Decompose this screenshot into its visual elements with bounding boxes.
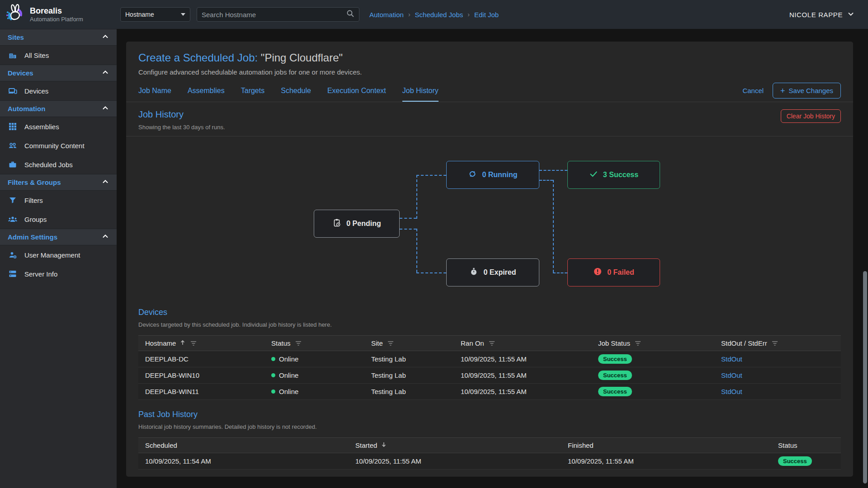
flow-node-success[interactable]: 3 Success bbox=[567, 161, 660, 189]
tab-job-name[interactable]: Job Name bbox=[138, 82, 171, 102]
devices-heading: Devices bbox=[138, 308, 841, 317]
scrollbar-thumb[interactable] bbox=[863, 271, 867, 483]
column-header-status[interactable]: Status bbox=[771, 441, 841, 449]
breadcrumb-scheduled-jobs[interactable]: Scheduled Jobs bbox=[415, 11, 463, 19]
tab-schedule[interactable]: Schedule bbox=[281, 82, 311, 102]
hostname-cell: DEEPLAB-WIN11 bbox=[138, 388, 264, 395]
search-box bbox=[197, 7, 359, 22]
sidebar-section-automation[interactable]: Automation bbox=[0, 100, 117, 117]
flow-node-expired[interactable]: 0 Expired bbox=[446, 258, 539, 286]
sidebar-section-admin-settings[interactable]: Admin Settings bbox=[0, 229, 117, 245]
user-gear-icon bbox=[8, 250, 18, 260]
save-changes-button[interactable]: + Save Changes bbox=[773, 83, 841, 99]
sidebar-item-label: Server Info bbox=[24, 270, 57, 278]
search-input[interactable] bbox=[202, 11, 346, 19]
job-status-cell: Success bbox=[591, 387, 714, 396]
sidebar-section-devices[interactable]: Devices bbox=[0, 65, 117, 81]
breadcrumb-edit-job[interactable]: Edit Job bbox=[474, 11, 499, 19]
stdout-cell: StdOut bbox=[714, 371, 841, 379]
chevron-up-icon bbox=[102, 33, 109, 42]
flow-node-pending[interactable]: 0 Pending bbox=[314, 210, 400, 238]
chevron-up-icon bbox=[102, 178, 109, 187]
filter-icon[interactable] bbox=[772, 341, 778, 346]
sidebar-item-label: Filters bbox=[24, 197, 43, 204]
hostname-select[interactable]: Hostname bbox=[120, 7, 190, 22]
flow-node-label: 0 Failed bbox=[607, 268, 634, 277]
column-header-scheduled[interactable]: Scheduled bbox=[138, 441, 349, 449]
filter-icon[interactable] bbox=[635, 341, 641, 346]
flow-node-failed[interactable]: 0 Failed bbox=[567, 258, 660, 286]
plus-icon: + bbox=[780, 88, 785, 94]
table-row: DEEPLAB-WIN11 Online Testing Lab 10/09/2… bbox=[138, 384, 841, 400]
sidebar-item-groups[interactable]: Groups bbox=[0, 210, 117, 229]
sidebar-item-assemblies[interactable]: Assemblies bbox=[0, 117, 117, 136]
column-header-site[interactable]: Site bbox=[364, 339, 454, 347]
sidebar: Sites All Sites Devices Devices Automati… bbox=[0, 29, 117, 488]
ran-on-cell: 10/09/2025, 11:55 AM bbox=[454, 355, 591, 363]
sidebar-item-all-sites[interactable]: All Sites bbox=[0, 46, 117, 65]
filter-icon[interactable] bbox=[489, 341, 495, 346]
chevron-up-icon bbox=[102, 69, 109, 77]
tab-execution-context[interactable]: Execution Context bbox=[327, 82, 386, 102]
caret-down-icon bbox=[181, 13, 185, 16]
stdout-link[interactable]: StdOut bbox=[721, 371, 742, 379]
column-header-ran-on[interactable]: Ran On bbox=[454, 339, 591, 347]
sort-up-icon bbox=[179, 339, 186, 347]
connector-line bbox=[400, 218, 416, 219]
tab-assemblies[interactable]: Assemblies bbox=[188, 82, 225, 102]
filter-icon[interactable] bbox=[295, 341, 302, 346]
section-label: Admin Settings bbox=[8, 233, 57, 241]
user-menu[interactable]: NICOLE RAPPE bbox=[789, 10, 854, 19]
borealis-logo-icon bbox=[5, 4, 25, 25]
column-header-hostname[interactable]: Hostname bbox=[138, 339, 264, 347]
breadcrumb-separator: › bbox=[408, 11, 410, 18]
sidebar-item-filters[interactable]: Filters bbox=[0, 191, 117, 210]
connector-line bbox=[553, 272, 567, 273]
groups-icon bbox=[8, 214, 18, 224]
sidebar-item-community-content[interactable]: Community Content bbox=[0, 136, 117, 155]
main-content: Create a Scheduled Job: "Ping Cloudflare… bbox=[117, 29, 868, 488]
brand: Borealis Automation Platform bbox=[0, 4, 117, 25]
cancel-button[interactable]: Cancel bbox=[742, 87, 764, 94]
section-label: Devices bbox=[8, 69, 33, 77]
sidebar-item-label: Community Content bbox=[24, 142, 85, 150]
edit-job-card: Create a Scheduled Job: "Ping Cloudflare… bbox=[126, 42, 853, 477]
sidebar-item-server-info[interactable]: Server Info bbox=[0, 264, 117, 283]
job-status-cell: Success bbox=[591, 354, 714, 364]
past-job-history-heading: Past Job History bbox=[138, 410, 841, 419]
status-badge: Success bbox=[778, 456, 812, 466]
column-header-started[interactable]: Started bbox=[349, 441, 561, 449]
breadcrumb-automation[interactable]: Automation bbox=[369, 11, 404, 19]
sidebar-item-scheduled-jobs[interactable]: Scheduled Jobs bbox=[0, 155, 117, 174]
flow-node-running[interactable]: 0 Running bbox=[446, 161, 539, 189]
column-header-finished[interactable]: Finished bbox=[561, 441, 771, 449]
site-cell: Testing Lab bbox=[364, 371, 454, 379]
filter-icon[interactable] bbox=[387, 341, 394, 346]
tab-targets[interactable]: Targets bbox=[241, 82, 264, 102]
clear-job-history-button[interactable]: Clear Job History bbox=[781, 109, 841, 123]
sidebar-section-sites[interactable]: Sites bbox=[0, 29, 117, 46]
section-label: Automation bbox=[8, 105, 45, 113]
section-label: Sites bbox=[8, 33, 24, 41]
column-header-stdout[interactable]: StdOut / StdErr bbox=[714, 339, 841, 347]
sidebar-item-label: Assemblies bbox=[24, 123, 59, 131]
connector-line bbox=[416, 175, 417, 219]
column-header-status[interactable]: Status bbox=[264, 339, 364, 347]
sidebar-item-label: Groups bbox=[24, 216, 47, 223]
sidebar-item-devices[interactable]: Devices bbox=[0, 81, 117, 100]
stdout-link[interactable]: StdOut bbox=[721, 355, 742, 363]
sync-icon bbox=[468, 169, 477, 180]
chevron-up-icon bbox=[102, 233, 109, 241]
sidebar-section-filters-groups[interactable]: Filters & Groups bbox=[0, 174, 117, 191]
status-badge: Success bbox=[598, 354, 632, 364]
filter-icon[interactable] bbox=[190, 341, 197, 346]
column-header-job-status[interactable]: Job Status bbox=[591, 339, 714, 347]
page-title: Create a Scheduled Job: "Ping Cloudflare… bbox=[138, 52, 841, 64]
online-dot-icon bbox=[271, 357, 275, 361]
flow-node-label: 0 Running bbox=[482, 171, 517, 179]
sidebar-item-user-management[interactable]: User Management bbox=[0, 245, 117, 264]
sidebar-item-label: All Sites bbox=[24, 52, 49, 59]
stdout-link[interactable]: StdOut bbox=[721, 388, 742, 395]
connector-line bbox=[539, 170, 567, 171]
tab-job-history[interactable]: Job History bbox=[402, 82, 439, 102]
